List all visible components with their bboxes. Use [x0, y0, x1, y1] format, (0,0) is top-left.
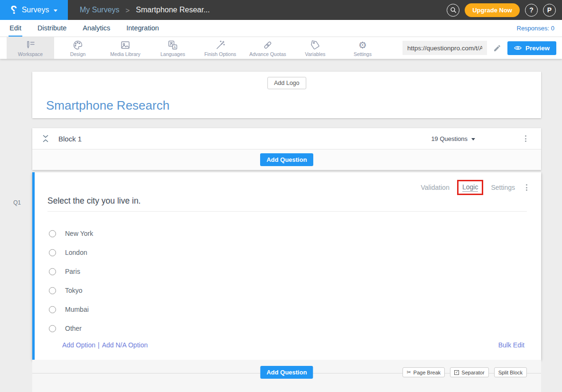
- block-name[interactable]: Block 1: [58, 135, 82, 143]
- split-block-button[interactable]: Split Block: [494, 367, 527, 377]
- top-right-actions: Upgrade Now ? P: [447, 3, 562, 17]
- help-label: ?: [529, 6, 534, 14]
- tab-distribute[interactable]: Distribute: [37, 20, 67, 37]
- separator-button[interactable]: ✓ Separator: [450, 367, 488, 377]
- toolbar-item-design[interactable]: Design: [54, 37, 102, 59]
- advance-quotas-link-icon: [262, 39, 273, 51]
- option-links-row: Add Option | Add N/A Option Bulk Edit: [47, 341, 527, 349]
- finish-options-wand-icon: [215, 39, 226, 51]
- toolbar-item-variables[interactable]: Variables: [291, 37, 339, 59]
- question-card: Validation Logic Settings Select the cit…: [32, 172, 541, 360]
- answer-option-label[interactable]: Mumbai: [65, 306, 89, 313]
- question-body: Select the city you live in. New York Lo…: [35, 172, 541, 349]
- add-logo-button[interactable]: Add Logo: [267, 77, 306, 89]
- questions-count-dropdown[interactable]: 19 Questions: [431, 135, 475, 142]
- survey-editor-canvas: Add Logo Smartphone Research Block 1 19 …: [0, 59, 562, 392]
- toolbar-item-workspace[interactable]: Workspace: [7, 37, 54, 59]
- question-menu-logic[interactable]: Logic: [462, 183, 478, 192]
- toolbar-item-media-library[interactable]: Media Library: [102, 37, 149, 59]
- section-tab-bar: Edit Distribute Analytics Integration Re…: [0, 20, 562, 37]
- block-menu-kebab-icon[interactable]: [524, 134, 528, 143]
- breadcrumb-my-surveys[interactable]: My Surveys: [80, 6, 120, 14]
- answer-options-list: New York London Paris Tokyo Mumbai: [47, 224, 527, 338]
- preview-button[interactable]: Preview: [507, 41, 556, 55]
- question-text-field[interactable]: Select the city you live in.: [47, 196, 527, 212]
- toolbar-item-label: Settings: [354, 51, 372, 57]
- languages-icon: A: [167, 39, 178, 51]
- search-button[interactable]: [447, 4, 459, 17]
- radio-button[interactable]: [49, 230, 56, 237]
- media-library-icon: [120, 39, 131, 51]
- question-text[interactable]: Select the city you live in.: [47, 196, 140, 205]
- question-menu: Validation Logic Settings: [421, 180, 529, 195]
- answer-option-label[interactable]: London: [65, 249, 87, 256]
- breadcrumb-current-survey: Smartphone Resear...: [136, 6, 210, 14]
- radio-button[interactable]: [49, 325, 56, 332]
- add-question-button-top[interactable]: Add Question: [260, 153, 313, 166]
- responses-count[interactable]: Responses: 0: [517, 20, 562, 37]
- answer-option-row: Other: [47, 319, 527, 338]
- chevron-down-icon: [471, 138, 475, 140]
- breadcrumb-separator: >: [126, 6, 130, 14]
- radio-button[interactable]: [49, 287, 56, 294]
- split-block-label: Split Block: [498, 370, 523, 375]
- answer-option-label[interactable]: New York: [65, 230, 93, 237]
- upgrade-now-button[interactable]: Upgrade Now: [465, 3, 520, 17]
- block-footer-buttons: ✂ Page Break ✓ Separator Split Block: [403, 367, 527, 377]
- edit-url-pencil-icon[interactable]: [493, 44, 501, 52]
- avatar-initial: P: [547, 6, 552, 14]
- answer-option-label[interactable]: Tokyo: [65, 287, 83, 294]
- survey-url-field[interactable]: [403, 41, 487, 55]
- link-separator: |: [98, 341, 100, 349]
- questions-count-label: 19 Questions: [431, 135, 468, 142]
- workspace-icon: [25, 39, 36, 51]
- radio-button[interactable]: [49, 249, 56, 256]
- answer-option-row: Tokyo: [47, 281, 527, 300]
- answer-option-label[interactable]: Paris: [65, 268, 80, 275]
- radio-button[interactable]: [49, 306, 56, 313]
- toolbar-item-languages[interactable]: A Languages: [149, 37, 197, 59]
- add-option-link[interactable]: Add Option: [62, 341, 95, 349]
- block-card: Block 1 19 Questions Add Question: [32, 128, 541, 170]
- question-menu-validation[interactable]: Validation: [421, 184, 449, 191]
- radio-button[interactable]: [49, 268, 56, 275]
- top-bar: ? Surveys My Surveys > Smartphone Resear…: [0, 0, 562, 20]
- toolbar-right-group: Preview: [403, 41, 562, 55]
- add-na-option-link[interactable]: Add N/A Option: [102, 341, 148, 349]
- bulk-edit-link[interactable]: Bulk Edit: [498, 341, 525, 349]
- svg-text:A: A: [173, 45, 176, 49]
- answer-option-row: New York: [47, 224, 527, 243]
- scissors-icon: ✂: [407, 370, 411, 375]
- answer-option-row: Paris: [47, 262, 527, 281]
- separator-label: Separator: [461, 370, 484, 375]
- brand-surveys-menu[interactable]: ? Surveys: [0, 0, 68, 20]
- variables-tag-icon: [309, 39, 321, 51]
- avatar[interactable]: P: [543, 4, 556, 17]
- answer-option-label[interactable]: Other: [65, 325, 82, 332]
- page-break-button[interactable]: ✂ Page Break: [403, 367, 445, 377]
- brand-label: Surveys: [22, 6, 49, 14]
- editor-toolbar: Workspace Design Media Library: [0, 37, 562, 59]
- gear-glyph: ⚙: [358, 39, 367, 51]
- tab-edit[interactable]: Edit: [9, 20, 22, 37]
- search-icon: [450, 7, 457, 13]
- toolbar-item-label: Variables: [305, 51, 326, 57]
- toolbar-item-label: Workspace: [18, 51, 43, 57]
- tab-analytics[interactable]: Analytics: [82, 20, 111, 37]
- help-button[interactable]: ?: [525, 4, 538, 17]
- survey-title-card: Add Logo Smartphone Research: [32, 72, 541, 118]
- toolbar-item-settings[interactable]: ⚙ Settings: [339, 37, 386, 59]
- survey-title[interactable]: Smartphone Research: [46, 98, 169, 113]
- toolbar-item-finish-options[interactable]: Finish Options: [197, 37, 244, 59]
- settings-gear-icon: ⚙: [358, 39, 367, 51]
- question-menu-kebab-icon[interactable]: [525, 183, 529, 192]
- chevron-down-icon: [54, 9, 57, 12]
- toolbar-item-advance-quotas[interactable]: Advance Quotas: [244, 37, 291, 59]
- collapse-block-icon[interactable]: [43, 135, 48, 142]
- question-menu-settings[interactable]: Settings: [491, 184, 515, 191]
- logic-highlight-box: Logic: [457, 180, 483, 195]
- add-question-button-bottom[interactable]: Add Question: [260, 366, 313, 379]
- add-question-strip: Add Question: [32, 149, 541, 169]
- questionpro-logo-icon: ?: [10, 5, 17, 16]
- tab-integration[interactable]: Integration: [125, 20, 160, 37]
